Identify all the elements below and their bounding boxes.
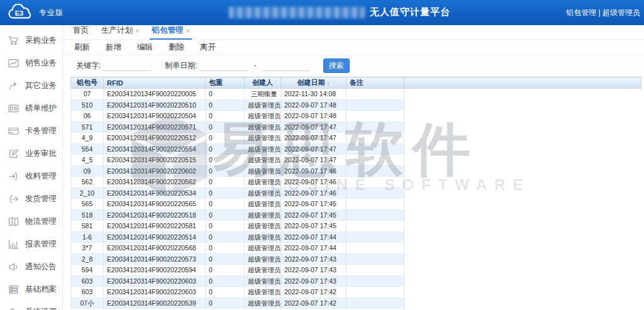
- column-header-create-date[interactable]: 创建日期↓: [281, 77, 347, 89]
- table-row[interactable]: 603E20034120314F900202206030超级管理员2022-09…: [71, 287, 641, 298]
- sidebar-item-reports[interactable]: 报表管理: [0, 233, 62, 255]
- tab-aluminum-package[interactable]: 铝包管理×: [150, 25, 191, 40]
- table-cell-filler: [404, 133, 641, 144]
- sidebar-item-cards[interactable]: 卡务管理: [0, 119, 62, 142]
- table-cell: E20034120314F90020220514: [104, 231, 206, 243]
- sidebar-item-logistics[interactable]: 物流管理: [0, 210, 62, 233]
- column-header-remark[interactable]: 备注: [347, 77, 404, 89]
- column-header-creator[interactable]: 创建人: [245, 77, 281, 89]
- close-icon[interactable]: ×: [186, 27, 189, 35]
- table-cell: 571: [71, 121, 104, 133]
- column-header-pkg-no[interactable]: 铝包号: [71, 77, 104, 89]
- table-row[interactable]: 4_9E20034120314F900202205120超级管理员2022-09…: [71, 133, 641, 144]
- sidebar-item-dispatch[interactable]: 发货管理: [0, 187, 62, 210]
- table-cell: [347, 89, 404, 100]
- date-label: 制单日期:: [165, 60, 197, 71]
- table-cell: E20034120314F90020220534: [104, 187, 206, 199]
- sidebar-item-settings[interactable]: 系统设置: [0, 301, 62, 310]
- table-cell: 562: [71, 177, 104, 188]
- date-from-input[interactable]: [200, 60, 248, 71]
- add-button[interactable]: 新增: [106, 42, 121, 53]
- sidebar-item-notices[interactable]: 通知公告: [0, 255, 62, 278]
- table-row[interactable]: 571E20034120314F900202205710超级管理员2022-09…: [71, 121, 641, 133]
- table-row[interactable]: 554E20034120314F900202205540超级管理员2022-09…: [71, 143, 641, 155]
- table-row[interactable]: 06E20034120314F900202205040超级管理员2022-09-…: [71, 111, 641, 122]
- table-cell-filler: [404, 177, 641, 188]
- tab-bar: 首页生产计划×铝包管理×: [63, 25, 644, 40]
- table-cell-filler: [404, 99, 641, 111]
- table-row[interactable]: 581E20034120314F900202205810超级管理员2022-09…: [71, 221, 641, 232]
- user-menu[interactable]: 铝包管理 | 超级管理员: [566, 8, 640, 18]
- close-icon[interactable]: ×: [135, 27, 139, 35]
- sidebar-item-approval[interactable]: 业务审批: [0, 142, 62, 165]
- table-cell: E20034120134F90020220005: [104, 89, 206, 100]
- table-cell-filler: [404, 165, 641, 177]
- edit-button[interactable]: 编辑: [137, 42, 153, 53]
- card-icon: [8, 126, 19, 136]
- delete-button[interactable]: 删除: [169, 42, 184, 53]
- sidebar-item-weigh-note[interactable]: 磅单维护: [0, 97, 62, 119]
- table-cell: 超级管理员: [245, 253, 281, 265]
- table-cell: 0: [206, 231, 245, 243]
- keyword-input[interactable]: [103, 60, 151, 71]
- toolbar: 刷新新增编辑删除离开: [63, 40, 644, 55]
- table-cell: E20034120314F90020220554: [104, 143, 206, 155]
- date-to-input[interactable]: [262, 60, 309, 71]
- leave-button[interactable]: 离开: [200, 42, 216, 53]
- table-cell: [347, 199, 404, 210]
- search-button[interactable]: 搜索: [323, 58, 350, 73]
- table-row[interactable]: 09E20034120314F900202206020超级管理员2022-09-…: [71, 165, 641, 177]
- table-cell: 超级管理员: [245, 165, 281, 177]
- table-row[interactable]: 07小E20034120314F900202205390超级管理员2022-09…: [71, 297, 641, 309]
- table-cell: [347, 121, 404, 133]
- table-cell: 2022-09-07 17:47: [281, 133, 347, 144]
- main-content: 首页生产计划×铝包管理× 刷新新增编辑删除离开 关键字: 制单日期: - 搜索 …: [63, 25, 644, 310]
- table-row[interactable]: 3*7E20034120314F900202205680超级管理员2022-09…: [71, 243, 641, 254]
- sidebar-item-other[interactable]: 其它业务: [0, 74, 62, 97]
- table-row[interactable]: 2_10E20034120314F900202205340超级管理员2022-0…: [71, 187, 641, 199]
- tab-production-plan[interactable]: 生产计划×: [99, 25, 141, 40]
- table-row[interactable]: 2_8E20034120314F900202205730超级管理员2022-09…: [71, 253, 641, 265]
- tab-home[interactable]: 首页: [71, 25, 91, 40]
- sidebar-item-archives[interactable]: 基础档案: [0, 278, 62, 301]
- sidebar-item-label: 销售业务: [25, 58, 57, 69]
- table-cell: 超级管理员: [245, 221, 281, 232]
- table-row[interactable]: 603E20034120314F900202206030超级管理员2022-09…: [71, 275, 641, 287]
- column-header-label: 铝包号: [77, 79, 97, 86]
- sidebar-item-receiving[interactable]: 收料管理: [0, 165, 62, 187]
- table-row[interactable]: 510E20034120314F900202205100超级管理员2022-09…: [71, 99, 641, 111]
- table-cell: E20034120314F90020220562: [104, 177, 206, 188]
- table-cell: 超级管理员: [245, 155, 281, 166]
- table-cell: 超级管理员: [245, 177, 281, 188]
- sidebar-item-purchase[interactable]: 采购业务: [0, 29, 62, 52]
- column-header-filler: [404, 77, 641, 89]
- table-cell: 2022-09-07 17:43: [281, 275, 347, 287]
- table-cell: 2_8: [71, 253, 104, 265]
- table-cell: 0: [206, 143, 245, 155]
- table-cell: 0: [206, 187, 245, 199]
- table-cell: 09: [71, 165, 104, 177]
- column-header-weight[interactable]: 包重: [206, 77, 245, 89]
- table-cell: [347, 231, 404, 243]
- table-row[interactable]: 07E20034120134F900202200050三期衡量2022-11-3…: [71, 89, 641, 100]
- table-cell: 0: [206, 297, 245, 309]
- table-cell: 2022-09-07 17:48: [281, 99, 347, 111]
- table-cell: 554: [71, 143, 104, 155]
- table-row[interactable]: 562E20034120314F900202205620超级管理员2022-09…: [71, 177, 641, 188]
- table-cell: E20034120314F90020220602: [104, 165, 206, 177]
- sidebar-item-label: 其它业务: [25, 80, 57, 91]
- table-cell: 超级管理员: [245, 297, 281, 309]
- table-row[interactable]: 518E20034120314F900202205180超级管理员2022-09…: [71, 209, 641, 221]
- sidebar-item-sales[interactable]: 销售业务: [0, 52, 62, 74]
- column-header-rfid[interactable]: RFID: [104, 77, 206, 89]
- refresh-button[interactable]: 刷新: [74, 42, 90, 53]
- table-row[interactable]: 565E20034120314F900202205650超级管理员2022-09…: [71, 199, 641, 210]
- table-row[interactable]: 4_5E20034120314F900202205150超级管理员2022-09…: [71, 155, 641, 166]
- table-cell: 0: [206, 121, 245, 133]
- cart-icon: [8, 35, 19, 46]
- table-row[interactable]: 1-6E20034120314F900202205140超级管理员2022-09…: [71, 231, 641, 243]
- table-cell: 2022-09-07 17:42: [281, 287, 347, 298]
- table-cell-filler: [404, 253, 641, 265]
- table-cell: 06: [71, 111, 104, 122]
- table-row[interactable]: 594E20034120314F900202205940超级管理员2022-09…: [71, 265, 641, 276]
